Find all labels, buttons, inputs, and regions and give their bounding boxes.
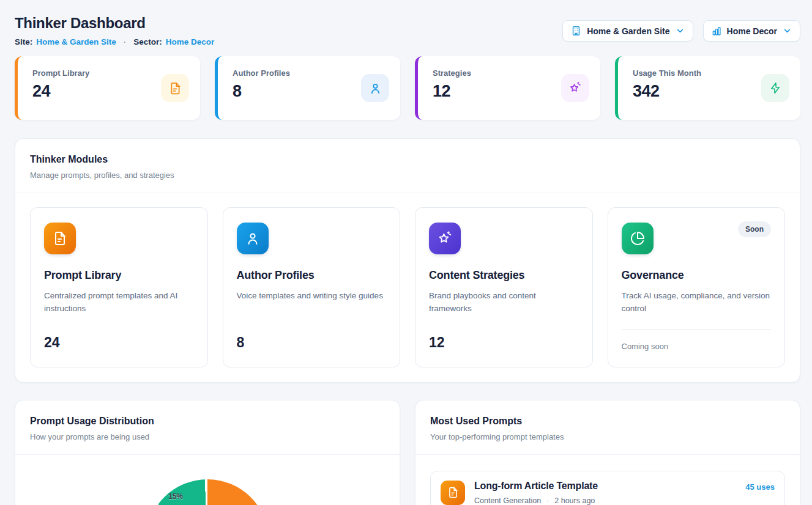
- site-dropdown-label: Home & Garden Site: [587, 26, 669, 36]
- chevron-down-icon: [783, 26, 792, 35]
- document-icon: [44, 223, 76, 254]
- separator-dot: ·: [120, 37, 130, 46]
- usage-panel-title: Prompt Usage Distribution: [30, 416, 385, 427]
- donut-chart: 15%: [146, 479, 269, 505]
- prompt-item-meta: Content Generation · 2 hours ago: [474, 496, 736, 505]
- bottom-panels-row: Prompt Usage Distribution How your promp…: [15, 400, 800, 505]
- prompt-item-time: 2 hours ago: [554, 496, 595, 505]
- module-count: 24: [44, 334, 194, 351]
- donut-chart-area: 15%: [15, 455, 400, 505]
- soon-badge: Soon: [738, 221, 771, 237]
- site-dropdown[interactable]: Home & Garden Site: [562, 20, 693, 42]
- modules-panel-title: Thinker Modules: [30, 154, 785, 165]
- sector-dropdown[interactable]: Home Decor: [703, 20, 800, 42]
- stat-cards-row: Prompt Library 24 Author Profiles 8 Stra…: [15, 56, 800, 120]
- stat-card-usage[interactable]: Usage This Month 342: [615, 56, 800, 120]
- module-title: Prompt Library: [44, 269, 194, 282]
- prompt-list: Long-form Article Template Content Gener…: [415, 455, 800, 505]
- document-icon: [441, 481, 465, 505]
- module-title: Author Profiles: [237, 269, 387, 282]
- sparkle-star-icon: [561, 74, 589, 102]
- dashboard-page: Thinker Dashboard Site: Home & Garden Si…: [0, 0, 812, 505]
- module-count: 8: [237, 334, 387, 351]
- prompt-usage-panel: Prompt Usage Distribution How your promp…: [15, 400, 400, 505]
- most-used-prompts-panel: Most Used Prompts Your top-performing pr…: [415, 400, 800, 505]
- sector-label: Sector:: [133, 37, 162, 46]
- module-card-content-strategies[interactable]: Content Strategies Brand playbooks and c…: [415, 207, 593, 367]
- stat-card-strategies[interactable]: Strategies 12: [415, 56, 600, 120]
- thinker-modules-panel: Thinker Modules Manage prompts, profiles…: [15, 138, 800, 383]
- lightning-icon: [761, 74, 789, 102]
- bar-chart-icon: [712, 26, 721, 36]
- module-description: Centralized prompt templates and AI inst…: [44, 290, 194, 315]
- prompt-item-uses: 45 uses: [745, 482, 775, 492]
- module-card-prompt-library[interactable]: Prompt Library Centralized prompt templa…: [30, 207, 208, 367]
- stat-card-prompt-library[interactable]: Prompt Library 24: [15, 56, 200, 120]
- prompts-panel-subtitle: Your top-performing prompt templates: [430, 432, 785, 441]
- usage-panel-subtitle: How your prompts are being used: [30, 432, 385, 441]
- prompt-item-title: Long-form Article Template: [474, 481, 736, 492]
- module-description: Voice templates and writing style guides: [237, 290, 387, 303]
- user-icon: [361, 74, 389, 102]
- sector-link[interactable]: Home Decor: [166, 37, 215, 46]
- module-count: 12: [429, 334, 579, 351]
- coming-soon-text: Coming soon: [622, 342, 772, 351]
- module-description: Track AI usage, compliance, and version …: [622, 290, 772, 315]
- prompt-item-category: Content Generation: [474, 496, 541, 505]
- module-card-governance[interactable]: Soon Governance Track AI usage, complian…: [608, 207, 786, 367]
- modules-panel-subtitle: Manage prompts, profiles, and strategies: [30, 171, 785, 180]
- site-link[interactable]: Home & Garden Site: [36, 37, 116, 46]
- divider: [622, 329, 772, 330]
- prompts-panel-header: Most Used Prompts Your top-performing pr…: [415, 400, 800, 455]
- document-icon: [161, 74, 189, 102]
- building-icon: [571, 26, 581, 36]
- modules-panel-header: Thinker Modules Manage prompts, profiles…: [15, 139, 800, 193]
- prompts-panel-title: Most Used Prompts: [430, 416, 785, 427]
- chevron-down-icon: [676, 26, 685, 35]
- separator-dot: ·: [546, 496, 549, 505]
- page-header: Thinker Dashboard Site: Home & Garden Si…: [15, 15, 800, 46]
- stat-card-author-profiles[interactable]: Author Profiles 8: [215, 56, 400, 120]
- module-description: Brand playbooks and content frameworks: [429, 290, 579, 315]
- user-icon: [237, 223, 269, 254]
- donut-segment-label: 15%: [168, 492, 183, 501]
- prompt-item-body: Long-form Article Template Content Gener…: [474, 481, 736, 505]
- module-title: Governance: [622, 269, 772, 282]
- site-label: Site:: [15, 37, 32, 46]
- usage-panel-header: Prompt Usage Distribution How your promp…: [15, 400, 400, 455]
- prompt-list-item[interactable]: Long-form Article Template Content Gener…: [430, 471, 785, 505]
- modules-grid: Prompt Library Centralized prompt templa…: [15, 193, 800, 382]
- module-card-author-profiles[interactable]: Author Profiles Voice templates and writ…: [223, 207, 401, 367]
- sparkle-star-icon: [429, 223, 461, 254]
- pie-chart-icon: [622, 223, 654, 254]
- header-controls: Home & Garden Site Home Decor: [562, 20, 800, 42]
- module-title: Content Strategies: [429, 269, 579, 282]
- sector-dropdown-label: Home Decor: [727, 26, 777, 36]
